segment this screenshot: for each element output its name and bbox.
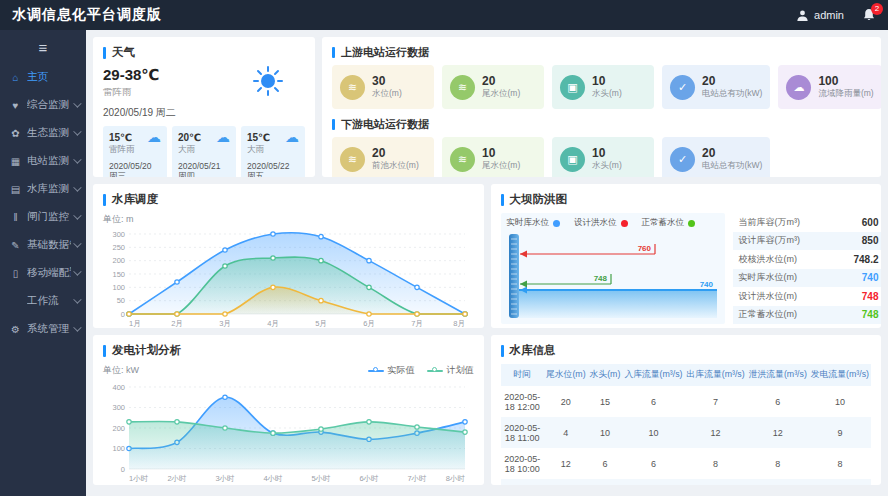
stat-value: 10	[592, 147, 622, 160]
forecast-desc: 雷阵雨	[109, 144, 161, 156]
table-cell: 9	[809, 417, 871, 448]
sidebar-item-label: 电站监测	[27, 154, 71, 168]
legend-dot-icon	[688, 220, 695, 227]
table-row: 2020-05-18 09:00141512101012	[501, 479, 872, 485]
alarm-bell-button[interactable]: 2	[862, 8, 876, 22]
forecast-card: 20℃☁大雨2020/05/21 周四	[172, 126, 236, 177]
dam-stat-row: 设计库容(万m³)850	[733, 232, 882, 251]
svg-text:3月: 3月	[219, 319, 231, 328]
reservoir-info-panel: 水库信息 时间尾水位(m)水头(m)入库流量(m³/s)出库流量(m³/s)泄洪…	[491, 335, 882, 485]
sidebar-item-label: 主页	[27, 70, 79, 84]
stat-card: ≋20前池水位(m)	[332, 137, 434, 177]
dam-stat-value: 740	[862, 272, 879, 283]
power-icon: ✓	[670, 75, 695, 100]
downstream-title: 下游电站运行数据	[341, 117, 429, 132]
stat-card: ✓20电站总有功(kW)	[662, 137, 770, 177]
sidebar-item-综合监测[interactable]: ♥综合监测	[0, 91, 86, 119]
stations-panel: 上游电站运行数据 ≋30水位(m)≋20尾水位(m)▣10水头(m)✓20电站总…	[322, 37, 881, 177]
reservoir-icon: ▤	[9, 184, 22, 195]
chevron-down-icon	[73, 127, 81, 135]
stat-label: 水头(m)	[592, 88, 622, 99]
station-icon: ▦	[9, 156, 22, 167]
dam-title-row: 大坝防洪图	[501, 192, 872, 207]
sidebar: ≡ ⌂主页♥综合监测✿生态监测▦电站监测▤水库监测‖闸门监控✎基础数据管理▯移动…	[0, 30, 86, 496]
sidebar-item-工作流[interactable]: 工作流	[0, 287, 86, 315]
stat-value: 30	[372, 75, 402, 88]
svg-text:5月: 5月	[315, 319, 327, 328]
table-cell: 12	[685, 417, 747, 448]
chevron-down-icon	[73, 239, 81, 247]
rain-icon: ☁	[786, 75, 811, 100]
table-cell: 10	[747, 479, 809, 485]
table-header-row: 时间尾水位(m)水头(m)入库流量(m³/s)出库流量(m³/s)泄洪流量(m³…	[501, 364, 872, 386]
stat-card: ▣10水头(m)	[552, 137, 654, 177]
legend-item-计划值: 计划值	[427, 364, 474, 377]
sidebar-item-主页[interactable]: ⌂主页	[0, 63, 86, 91]
sidebar-item-label: 闸门监控	[27, 210, 71, 224]
water-body	[519, 290, 717, 318]
sidebar-item-label: 基础数据管理	[27, 238, 71, 252]
realtime-level-label: 740	[699, 280, 713, 289]
table-cell: 8	[809, 448, 871, 479]
table-header-cell: 时间	[501, 364, 545, 386]
power-plan-title: 发电计划分析	[112, 343, 181, 358]
table-row: 2020-05-18 11:004101012129	[501, 417, 872, 448]
dam-legend-label: 设计洪水位	[574, 217, 617, 229]
weather-title-row: 天气	[103, 45, 305, 60]
forebay-icon: ≋	[340, 147, 365, 172]
stat-card-text: 10水头(m)	[592, 147, 622, 171]
legend-dot-icon	[621, 220, 628, 227]
forecast-row: 15℃☁雷阵雨2020/05/20 周三20℃☁大雨2020/05/21 周四1…	[103, 126, 305, 177]
dam-stat-label: 正常蓄水位(m)	[739, 308, 798, 321]
dam-stats-list: 当前库容(万m³)600设计库容(万m³)850校核洪水位(m)748.2实时库…	[733, 213, 882, 324]
level-icon: ≋	[340, 75, 365, 100]
stat-label: 电站总有功(kW)	[702, 160, 762, 171]
tailwater-icon: ≋	[450, 75, 475, 100]
user-menu[interactable]: admin	[796, 9, 844, 22]
svg-text:300: 300	[112, 403, 125, 412]
sidebar-item-闸门监控[interactable]: ‖闸门监控	[0, 203, 86, 231]
upstream-title: 上游电站运行数据	[341, 45, 429, 60]
table-cell: 12	[544, 448, 588, 479]
menu-collapse-button[interactable]: ≡	[0, 34, 86, 63]
dam-level-diagram: 740 760 748	[507, 232, 719, 320]
table-cell: 6	[588, 448, 623, 479]
legend-marker-icon	[368, 370, 384, 372]
sidebar-item-label: 移动端配置	[27, 266, 71, 280]
stat-card-text: 20前池水位(m)	[372, 147, 419, 171]
forecast-desc: 大雨	[178, 144, 230, 156]
gate-icon: ‖	[9, 212, 22, 223]
sidebar-item-移动端配置[interactable]: ▯移动端配置	[0, 259, 86, 287]
sidebar-item-基础数据管理[interactable]: ✎基础数据管理	[0, 231, 86, 259]
stat-card: ≋10尾水位(m)	[442, 137, 544, 177]
forecast-card: 15℃☁大雨2020/05/22 周五	[241, 126, 305, 177]
power-plan-panel: 发电计划分析 单位: kW 实际值计划值 01002003004001小时2小时…	[93, 335, 484, 485]
dam-stat-value: 600	[862, 217, 879, 228]
dispatch-title: 水库调度	[112, 192, 158, 207]
stat-card: ≋20尾水位(m)	[442, 65, 544, 109]
user-name: admin	[814, 9, 844, 21]
table-cell: 2020-05-18 12:00	[501, 386, 545, 417]
svg-text:1月: 1月	[129, 319, 141, 328]
chevron-down-icon	[73, 183, 81, 191]
dam-stat-label: 设计库容(万m³)	[739, 234, 801, 247]
chevron-down-icon	[73, 99, 81, 107]
sidebar-item-电站监测[interactable]: ▦电站监测	[0, 147, 86, 175]
sidebar-item-水库监测[interactable]: ▤水库监测	[0, 175, 86, 203]
stat-value: 100	[818, 75, 873, 88]
head-icon: ▣	[560, 75, 585, 100]
stat-label: 尾水位(m)	[482, 88, 520, 99]
sidebar-item-生态监测[interactable]: ✿生态监测	[0, 119, 86, 147]
stat-card-text: 20电站总有功(kW)	[702, 75, 762, 99]
stat-card-text: 10水头(m)	[592, 75, 622, 99]
table-row: 2020-05-18 10:001266888	[501, 448, 872, 479]
title-accent-bar	[103, 47, 106, 59]
dam-legend-label: 实时库水位	[507, 217, 550, 229]
table-cell: 12	[809, 479, 871, 485]
weather-title: 天气	[112, 45, 135, 60]
table-cell: 10	[622, 417, 684, 448]
dispatch-unit-label: 单位: m	[103, 213, 134, 226]
table-header-cell: 发电流量(m³/s)	[809, 364, 871, 386]
sidebar-item-系统管理[interactable]: ⚙系统管理	[0, 315, 86, 343]
dam-legend-item: 实时库水位	[507, 217, 561, 229]
